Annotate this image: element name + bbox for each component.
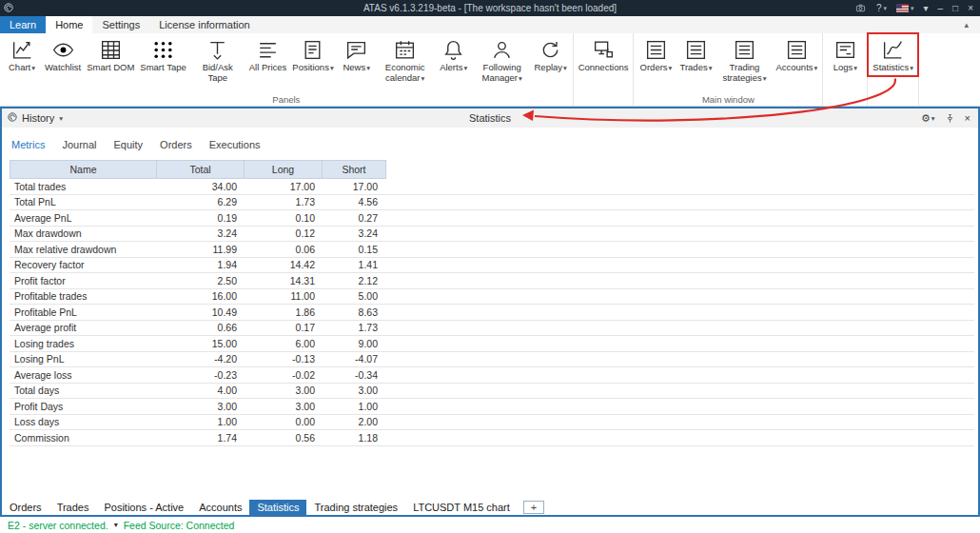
table-row[interactable]: Losing trades15.006.009.00 [10,336,974,352]
ribbon-button-label: News▾ [343,63,370,74]
ribbon-button-bid-ask-tape[interactable]: Bid/Ask Tape [189,35,246,83]
ribbon-button-smart-tape[interactable]: Smart Tape [137,35,188,73]
connections-icon [592,38,616,62]
table-row[interactable]: Profitable trades16.0011.005.00 [10,289,974,306]
bottom-tab-orders[interactable]: Orders [2,500,49,515]
cell-total: 6.29 [156,195,244,210]
dropdown-arrow-icon: ▾ [709,64,713,72]
dropdown-arrow-icon: ▾ [853,64,857,72]
column-header-long[interactable]: Long [245,161,323,178]
ribbon-button-watchlist[interactable]: Watchlist [42,35,84,73]
ribbon-button-trading-strategies[interactable]: Trading strategies▾ [715,35,773,84]
table-row[interactable]: Average PnL0.190.100.27 [10,210,974,227]
language-flag-button[interactable]: ▾ [896,3,914,13]
pin-icon[interactable] [945,113,955,124]
chevron-down-icon: ▾ [59,114,63,123]
ribbon-button-smart-dom[interactable]: Smart DOM [84,35,137,73]
ribbon-button-chart[interactable]: Chart▾ [2,35,42,74]
metrics-table: NameTotalLongShort Total trades34.0017.0… [10,160,978,446]
cell-total: -0.23 [156,367,244,383]
tab-equity[interactable]: Equity [114,139,144,150]
screenshot-camera-icon[interactable] [854,3,867,13]
column-header-name[interactable]: Name [10,161,157,178]
column-header-short[interactable]: Short [323,161,385,178]
panel-settings-button[interactable]: ⚙▾ [921,112,935,125]
ribbon-button-alerts[interactable]: Alerts▾ [434,35,474,74]
cell-short: -0.34 [322,367,384,383]
ribbon-button-connections[interactable]: Connections [576,35,632,73]
history-dropdown[interactable]: History ▾ [2,111,63,125]
tab-orders[interactable]: Orders [160,139,192,150]
tab-journal[interactable]: Journal [62,139,96,150]
table-row[interactable]: Total days4.003.003.00 [10,384,974,400]
ribbon-button-positions[interactable]: Positions▾ [289,35,336,74]
maximize-button[interactable]: □ [952,3,958,13]
cell-total: 11.99 [156,242,244,257]
close-button[interactable]: × [968,3,973,13]
table-row[interactable]: Average profit0.660.171.73 [10,321,974,337]
ribbon-button-replay[interactable]: Replay▾ [531,35,571,74]
bottom-tab-ltcusdt-m15-chart[interactable]: LTCUSDT M15 chart [405,500,518,515]
dropdown-arrow-icon: ▾ [463,64,467,72]
table-row[interactable]: Max drawdown3.240.123.24 [10,227,974,243]
table-row[interactable]: Losing PnL-4.20-0.13-4.07 [10,352,974,368]
cell-long: 0.17 [244,321,322,336]
ribbon-tab-learn[interactable]: Learn [0,16,46,33]
ribbon-tab-license-information[interactable]: License information [149,16,259,33]
minimize-button[interactable]: – [938,3,944,13]
ribbon-button-orders[interactable]: Orders▾ [636,35,676,74]
dropdown-arrow-icon: ▾ [519,74,522,83]
ribbon-button-label: Watchlist [45,63,81,73]
ribbon-button-statistics[interactable]: Statistics▾ [870,35,916,74]
ribbon-button-economic-calendar[interactable]: Economic calendar▾ [377,35,434,84]
ribbon-button-trades[interactable]: Trades▾ [676,35,715,74]
add-tab-button[interactable]: + [523,501,544,514]
cell-long: 0.00 [244,415,322,430]
table-row[interactable]: Max relative drawdown11.990.060.15 [10,242,974,258]
chart-icon [10,38,34,62]
table-row[interactable]: Loss days1.000.002.00 [10,415,974,431]
table-row[interactable]: Profitable PnL10.491.868.63 [10,305,974,321]
chevron-down-icon[interactable]: ▾ [924,3,929,13]
panel-close-button[interactable]: × [965,112,970,124]
ribbon-tab-home[interactable]: Home [46,16,92,33]
cell-name: Losing trades [10,336,156,351]
ribbon-button-accounts[interactable]: Accounts▾ [773,35,820,74]
ribbon-button-news[interactable]: News▾ [337,35,377,74]
dropdown-arrow-icon: ▾ [763,74,767,83]
list-box-icon [733,38,756,62]
ribbon-button-all-prices[interactable]: All Prices [246,35,290,73]
column-header-total[interactable]: Total [157,161,245,178]
dropdown-arrow-icon: ▾ [669,64,673,72]
bottom-tab-statistics[interactable]: Statistics [249,500,306,515]
server-status-dropdown-icon[interactable]: ▾ [114,521,118,529]
cell-total: 2.50 [156,273,244,288]
bottom-tab-accounts[interactable]: Accounts [191,500,249,515]
table-row[interactable]: Average loss-0.23-0.02-0.34 [10,367,974,384]
bottom-tab-trading-strategies[interactable]: Trading strategies [306,500,405,515]
ribbon-toolbar: Chart▾WatchlistSmart DOMSmart TapeBid/As… [0,33,980,107]
statistics-panel: History ▾ Statistics ⚙▾ × MetricsJournal… [0,107,980,517]
ribbon-tab-settings[interactable]: Settings [92,16,149,33]
help-button[interactable]: ?▾ [876,3,887,13]
table-row[interactable]: Total PnL6.291.734.56 [10,195,974,211]
table-row[interactable]: Recovery factor1.9414.421.41 [10,258,974,274]
ribbon-button-label: Positions▾ [292,63,333,74]
cell-short: 2.00 [322,415,384,430]
bottom-tab-trades[interactable]: Trades [49,500,97,515]
table-row[interactable]: Profit Days3.003.001.00 [10,399,974,415]
cell-short: 17.00 [322,179,384,194]
tab-executions[interactable]: Executions [209,139,261,150]
following-manager-icon [490,38,514,62]
tab-metrics[interactable]: Metrics [11,139,45,150]
table-row[interactable]: Commission1.740.561.18 [10,430,974,446]
table-row[interactable]: Total trades34.0017.0017.00 [10,179,974,195]
ribbon-collapse-button[interactable]: ▴ [964,20,980,30]
bottom-tab-positions-active[interactable]: Positions - Active [96,500,191,515]
table-row[interactable]: Profit factor2.5014.312.12 [10,273,974,289]
ribbon-group-panels: Chart▾WatchlistSmart DOMSmart TapeBid/As… [0,33,574,106]
ribbon-button-label: Trades▾ [679,63,712,74]
ribbon-button-following-manager[interactable]: Following Manager▾ [474,35,531,84]
ribbon-button-logs[interactable]: Logs▾ [825,35,865,74]
cell-short: 5.00 [322,289,384,305]
